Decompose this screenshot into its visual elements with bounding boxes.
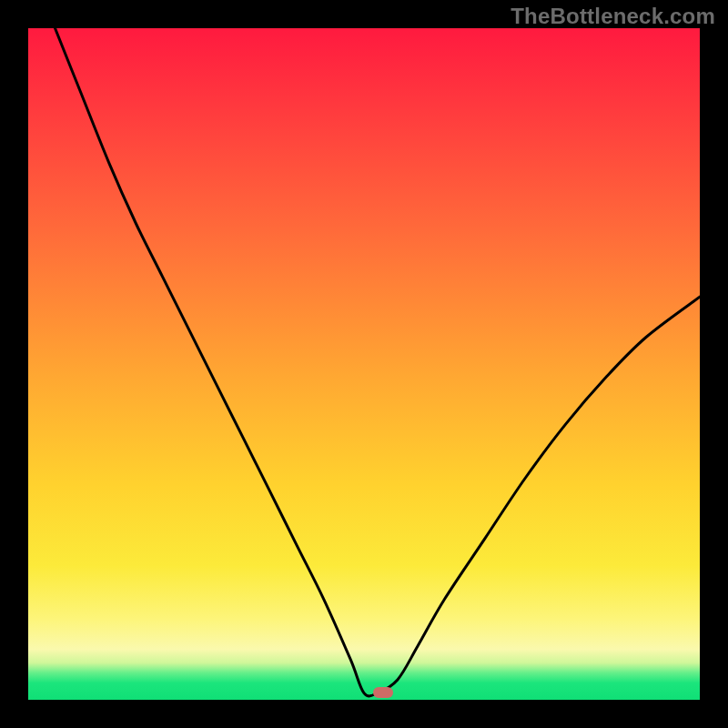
- chart-frame: TheBottleneck.com: [0, 0, 728, 728]
- curve-path: [56, 28, 701, 696]
- optimal-point-marker: [373, 687, 393, 698]
- bottleneck-curve: [28, 28, 700, 700]
- plot-area: [28, 28, 700, 700]
- watermark-text: TheBottleneck.com: [511, 4, 715, 29]
